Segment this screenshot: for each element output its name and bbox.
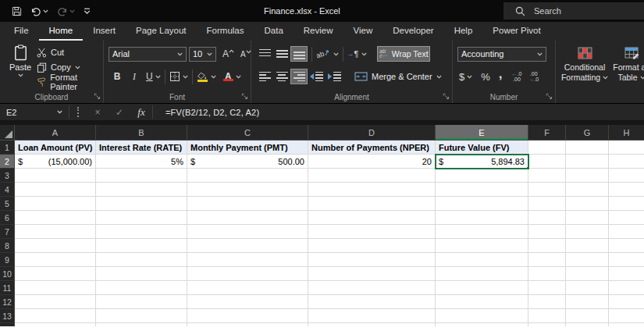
number-format-select[interactable]: Accounting xyxy=(457,47,546,62)
cell-B13[interactable] xyxy=(96,309,187,323)
cell-G7[interactable] xyxy=(566,225,609,239)
cell-D6[interactable] xyxy=(308,211,436,225)
cell-F5[interactable] xyxy=(528,197,566,211)
cell-G2[interactable] xyxy=(566,155,609,169)
cell-D11[interactable] xyxy=(308,281,436,295)
cell-B10[interactable] xyxy=(96,267,187,281)
cell-C13[interactable] xyxy=(187,309,308,323)
cell-B2[interactable]: 5% xyxy=(96,155,187,169)
conditional-formatting-button[interactable]: Conditional Formatting xyxy=(562,42,607,83)
font-color-button[interactable]: A xyxy=(223,72,233,81)
name-box[interactable]: E2 xyxy=(0,101,69,123)
row-header-7[interactable]: 7 xyxy=(0,225,15,239)
currency-format-button[interactable]: $ xyxy=(459,71,464,83)
format-painter-button[interactable]: Format Painter xyxy=(37,76,103,88)
cell-G11[interactable] xyxy=(566,281,609,295)
cell-F1[interactable] xyxy=(528,141,566,155)
cell-D7[interactable] xyxy=(308,225,436,239)
middle-align-button[interactable] xyxy=(273,46,290,62)
chevron-down-icon[interactable] xyxy=(183,75,188,79)
cell-F13[interactable] xyxy=(528,309,566,323)
row-header-4[interactable]: 4 xyxy=(0,183,15,197)
align-left-button[interactable] xyxy=(256,69,273,84)
cell-F2[interactable] xyxy=(528,155,566,169)
cell-C7[interactable] xyxy=(187,225,308,239)
row-header-10[interactable]: 10 xyxy=(0,267,15,281)
cell-H13[interactable] xyxy=(609,309,644,323)
cell-E8[interactable] xyxy=(436,239,528,253)
cell-B7[interactable] xyxy=(96,225,187,239)
cell-G13[interactable] xyxy=(566,309,609,323)
row-header-1[interactable]: 1 xyxy=(0,141,15,155)
cell-A10[interactable] xyxy=(15,267,96,281)
row-header-11[interactable]: 11 xyxy=(0,281,15,295)
cell-H14[interactable] xyxy=(609,323,644,326)
customize-quick-access-icon[interactable] xyxy=(84,8,91,14)
cell-A4[interactable] xyxy=(15,183,96,197)
tab-page-layout[interactable]: Page Layout xyxy=(126,22,197,41)
cell-C14[interactable] xyxy=(187,323,308,326)
cell-A5[interactable] xyxy=(15,197,96,211)
fill-handle[interactable] xyxy=(526,166,528,169)
cell-H11[interactable] xyxy=(609,281,644,295)
cell-F4[interactable] xyxy=(528,183,566,197)
cell-H3[interactable] xyxy=(609,169,644,183)
cell-G8[interactable] xyxy=(566,239,609,253)
column-header-h[interactable]: H xyxy=(609,125,644,141)
cell-B3[interactable] xyxy=(96,169,187,183)
tab-review[interactable]: Review xyxy=(294,22,343,41)
font-name-select[interactable]: Arial xyxy=(109,47,187,62)
chevron-down-icon[interactable] xyxy=(361,52,367,56)
select-all-button[interactable] xyxy=(0,125,15,141)
cell-D14[interactable] xyxy=(308,323,436,326)
cell-D12[interactable] xyxy=(308,295,436,309)
cell-A13[interactable] xyxy=(15,309,96,323)
cell-F12[interactable] xyxy=(528,295,566,309)
cell-B1[interactable]: Interest Rate (RATE) xyxy=(96,141,187,155)
tab-power-pivot[interactable]: Power Pivot xyxy=(482,22,550,41)
tab-home[interactable]: Home xyxy=(39,22,84,41)
italic-button[interactable]: I xyxy=(129,71,140,83)
cell-A1[interactable]: Loan Amount (PV) xyxy=(15,141,96,155)
cell-A11[interactable] xyxy=(15,281,96,295)
align-center-button[interactable] xyxy=(273,69,290,84)
cell-F3[interactable] xyxy=(528,169,566,183)
orientation-icon[interactable]: ab↗ xyxy=(315,48,331,59)
wrap-text-button[interactable]: abc↩ Wrap Text xyxy=(377,46,430,62)
tab-help[interactable]: Help xyxy=(444,22,483,41)
row-header-8[interactable]: 8 xyxy=(0,239,15,253)
decrease-decimal-button[interactable]: .00→.0 xyxy=(528,71,539,82)
chevron-down-icon[interactable] xyxy=(333,52,339,56)
cell-A14[interactable] xyxy=(15,323,96,326)
cell-A7[interactable] xyxy=(15,225,96,239)
cell-E11[interactable] xyxy=(436,281,528,295)
cell-E2[interactable]: $5,894.83 xyxy=(436,155,528,169)
row-header-5[interactable]: 5 xyxy=(0,197,15,211)
increase-indent-button[interactable] xyxy=(328,72,341,82)
cell-G10[interactable] xyxy=(566,267,609,281)
cell-H7[interactable] xyxy=(609,225,644,239)
fill-color-button[interactable] xyxy=(197,72,208,82)
row-header-3[interactable]: 3 xyxy=(0,169,15,183)
cell-D5[interactable] xyxy=(308,197,436,211)
cell-A3[interactable] xyxy=(15,169,96,183)
bottom-align-button[interactable] xyxy=(290,46,308,62)
search-input[interactable]: Search xyxy=(503,2,644,20)
cell-B6[interactable] xyxy=(96,211,187,225)
cell-E9[interactable] xyxy=(436,253,528,267)
cell-H6[interactable] xyxy=(609,211,644,225)
align-right-button[interactable] xyxy=(290,69,308,84)
cell-D8[interactable] xyxy=(308,239,436,253)
column-header-d[interactable]: D xyxy=(308,125,436,141)
column-header-f[interactable]: F xyxy=(528,125,566,141)
alignment-dialog-launcher-icon[interactable] xyxy=(443,93,450,100)
cancel-entry-icon[interactable]: × xyxy=(87,107,109,118)
cell-H10[interactable] xyxy=(609,267,644,281)
cell-H12[interactable] xyxy=(609,295,644,309)
chevron-down-icon[interactable] xyxy=(236,75,241,79)
cell-B14[interactable] xyxy=(96,323,187,326)
cell-G9[interactable] xyxy=(566,253,609,267)
paste-button[interactable]: Paste xyxy=(5,44,35,77)
tab-data[interactable]: Data xyxy=(254,22,294,41)
cell-E14[interactable] xyxy=(436,323,528,326)
